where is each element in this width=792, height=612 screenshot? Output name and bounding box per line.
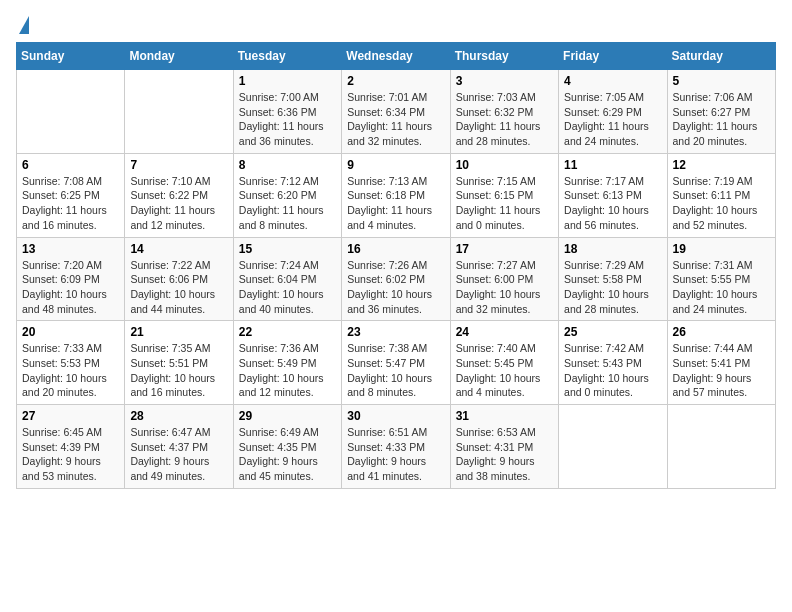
day-cell: 14Sunrise: 7:22 AM Sunset: 6:06 PM Dayli… xyxy=(125,237,233,321)
day-cell xyxy=(125,70,233,154)
day-info: Sunrise: 7:36 AM Sunset: 5:49 PM Dayligh… xyxy=(239,342,324,398)
column-header-thursday: Thursday xyxy=(450,43,558,70)
day-info: Sunrise: 7:33 AM Sunset: 5:53 PM Dayligh… xyxy=(22,342,107,398)
day-info: Sunrise: 7:40 AM Sunset: 5:45 PM Dayligh… xyxy=(456,342,541,398)
day-number: 19 xyxy=(673,242,770,256)
day-number: 31 xyxy=(456,409,553,423)
day-cell: 2Sunrise: 7:01 AM Sunset: 6:34 PM Daylig… xyxy=(342,70,450,154)
day-info: Sunrise: 7:38 AM Sunset: 5:47 PM Dayligh… xyxy=(347,342,432,398)
day-number: 2 xyxy=(347,74,444,88)
header-row: SundayMondayTuesdayWednesdayThursdayFrid… xyxy=(17,43,776,70)
day-number: 15 xyxy=(239,242,336,256)
day-number: 30 xyxy=(347,409,444,423)
week-row-2: 6Sunrise: 7:08 AM Sunset: 6:25 PM Daylig… xyxy=(17,153,776,237)
day-cell: 31Sunrise: 6:53 AM Sunset: 4:31 PM Dayli… xyxy=(450,405,558,489)
day-info: Sunrise: 6:51 AM Sunset: 4:33 PM Dayligh… xyxy=(347,426,427,482)
column-header-monday: Monday xyxy=(125,43,233,70)
day-info: Sunrise: 7:22 AM Sunset: 6:06 PM Dayligh… xyxy=(130,259,215,315)
day-cell: 6Sunrise: 7:08 AM Sunset: 6:25 PM Daylig… xyxy=(17,153,125,237)
day-number: 13 xyxy=(22,242,119,256)
day-cell: 12Sunrise: 7:19 AM Sunset: 6:11 PM Dayli… xyxy=(667,153,775,237)
logo xyxy=(16,16,29,34)
day-info: Sunrise: 7:20 AM Sunset: 6:09 PM Dayligh… xyxy=(22,259,107,315)
day-number: 5 xyxy=(673,74,770,88)
day-cell: 28Sunrise: 6:47 AM Sunset: 4:37 PM Dayli… xyxy=(125,405,233,489)
day-info: Sunrise: 6:53 AM Sunset: 4:31 PM Dayligh… xyxy=(456,426,536,482)
day-info: Sunrise: 7:27 AM Sunset: 6:00 PM Dayligh… xyxy=(456,259,541,315)
page-header xyxy=(16,16,776,34)
day-number: 26 xyxy=(673,325,770,339)
day-number: 25 xyxy=(564,325,661,339)
day-info: Sunrise: 7:44 AM Sunset: 5:41 PM Dayligh… xyxy=(673,342,753,398)
day-number: 14 xyxy=(130,242,227,256)
day-number: 17 xyxy=(456,242,553,256)
day-cell: 25Sunrise: 7:42 AM Sunset: 5:43 PM Dayli… xyxy=(559,321,667,405)
day-cell: 20Sunrise: 7:33 AM Sunset: 5:53 PM Dayli… xyxy=(17,321,125,405)
day-info: Sunrise: 6:49 AM Sunset: 4:35 PM Dayligh… xyxy=(239,426,319,482)
column-header-wednesday: Wednesday xyxy=(342,43,450,70)
day-info: Sunrise: 7:15 AM Sunset: 6:15 PM Dayligh… xyxy=(456,175,541,231)
day-number: 1 xyxy=(239,74,336,88)
day-number: 16 xyxy=(347,242,444,256)
day-number: 8 xyxy=(239,158,336,172)
day-number: 20 xyxy=(22,325,119,339)
day-info: Sunrise: 6:47 AM Sunset: 4:37 PM Dayligh… xyxy=(130,426,210,482)
week-row-3: 13Sunrise: 7:20 AM Sunset: 6:09 PM Dayli… xyxy=(17,237,776,321)
day-info: Sunrise: 7:10 AM Sunset: 6:22 PM Dayligh… xyxy=(130,175,215,231)
day-cell xyxy=(667,405,775,489)
day-cell: 24Sunrise: 7:40 AM Sunset: 5:45 PM Dayli… xyxy=(450,321,558,405)
day-number: 4 xyxy=(564,74,661,88)
day-info: Sunrise: 7:00 AM Sunset: 6:36 PM Dayligh… xyxy=(239,91,324,147)
column-header-friday: Friday xyxy=(559,43,667,70)
column-header-sunday: Sunday xyxy=(17,43,125,70)
day-number: 11 xyxy=(564,158,661,172)
week-row-1: 1Sunrise: 7:00 AM Sunset: 6:36 PM Daylig… xyxy=(17,70,776,154)
day-number: 3 xyxy=(456,74,553,88)
day-info: Sunrise: 7:24 AM Sunset: 6:04 PM Dayligh… xyxy=(239,259,324,315)
day-number: 23 xyxy=(347,325,444,339)
day-cell: 17Sunrise: 7:27 AM Sunset: 6:00 PM Dayli… xyxy=(450,237,558,321)
day-number: 22 xyxy=(239,325,336,339)
day-info: Sunrise: 7:29 AM Sunset: 5:58 PM Dayligh… xyxy=(564,259,649,315)
day-info: Sunrise: 7:42 AM Sunset: 5:43 PM Dayligh… xyxy=(564,342,649,398)
day-cell: 22Sunrise: 7:36 AM Sunset: 5:49 PM Dayli… xyxy=(233,321,341,405)
day-cell: 26Sunrise: 7:44 AM Sunset: 5:41 PM Dayli… xyxy=(667,321,775,405)
day-number: 12 xyxy=(673,158,770,172)
day-number: 28 xyxy=(130,409,227,423)
calendar-table: SundayMondayTuesdayWednesdayThursdayFrid… xyxy=(16,42,776,489)
day-cell: 5Sunrise: 7:06 AM Sunset: 6:27 PM Daylig… xyxy=(667,70,775,154)
day-cell: 10Sunrise: 7:15 AM Sunset: 6:15 PM Dayli… xyxy=(450,153,558,237)
day-cell: 9Sunrise: 7:13 AM Sunset: 6:18 PM Daylig… xyxy=(342,153,450,237)
day-cell: 29Sunrise: 6:49 AM Sunset: 4:35 PM Dayli… xyxy=(233,405,341,489)
day-cell: 18Sunrise: 7:29 AM Sunset: 5:58 PM Dayli… xyxy=(559,237,667,321)
week-row-5: 27Sunrise: 6:45 AM Sunset: 4:39 PM Dayli… xyxy=(17,405,776,489)
day-number: 7 xyxy=(130,158,227,172)
day-cell: 3Sunrise: 7:03 AM Sunset: 6:32 PM Daylig… xyxy=(450,70,558,154)
day-number: 21 xyxy=(130,325,227,339)
day-cell: 4Sunrise: 7:05 AM Sunset: 6:29 PM Daylig… xyxy=(559,70,667,154)
day-info: Sunrise: 7:08 AM Sunset: 6:25 PM Dayligh… xyxy=(22,175,107,231)
day-info: Sunrise: 7:05 AM Sunset: 6:29 PM Dayligh… xyxy=(564,91,649,147)
day-number: 24 xyxy=(456,325,553,339)
day-cell: 21Sunrise: 7:35 AM Sunset: 5:51 PM Dayli… xyxy=(125,321,233,405)
day-cell: 16Sunrise: 7:26 AM Sunset: 6:02 PM Dayli… xyxy=(342,237,450,321)
day-info: Sunrise: 6:45 AM Sunset: 4:39 PM Dayligh… xyxy=(22,426,102,482)
day-cell: 7Sunrise: 7:10 AM Sunset: 6:22 PM Daylig… xyxy=(125,153,233,237)
day-cell: 11Sunrise: 7:17 AM Sunset: 6:13 PM Dayli… xyxy=(559,153,667,237)
day-number: 27 xyxy=(22,409,119,423)
day-number: 9 xyxy=(347,158,444,172)
day-cell: 27Sunrise: 6:45 AM Sunset: 4:39 PM Dayli… xyxy=(17,405,125,489)
week-row-4: 20Sunrise: 7:33 AM Sunset: 5:53 PM Dayli… xyxy=(17,321,776,405)
day-cell xyxy=(17,70,125,154)
day-cell: 19Sunrise: 7:31 AM Sunset: 5:55 PM Dayli… xyxy=(667,237,775,321)
day-info: Sunrise: 7:26 AM Sunset: 6:02 PM Dayligh… xyxy=(347,259,432,315)
day-cell: 1Sunrise: 7:00 AM Sunset: 6:36 PM Daylig… xyxy=(233,70,341,154)
day-number: 18 xyxy=(564,242,661,256)
day-number: 29 xyxy=(239,409,336,423)
column-header-tuesday: Tuesday xyxy=(233,43,341,70)
day-info: Sunrise: 7:06 AM Sunset: 6:27 PM Dayligh… xyxy=(673,91,758,147)
day-info: Sunrise: 7:35 AM Sunset: 5:51 PM Dayligh… xyxy=(130,342,215,398)
day-cell: 30Sunrise: 6:51 AM Sunset: 4:33 PM Dayli… xyxy=(342,405,450,489)
day-number: 6 xyxy=(22,158,119,172)
day-cell: 8Sunrise: 7:12 AM Sunset: 6:20 PM Daylig… xyxy=(233,153,341,237)
